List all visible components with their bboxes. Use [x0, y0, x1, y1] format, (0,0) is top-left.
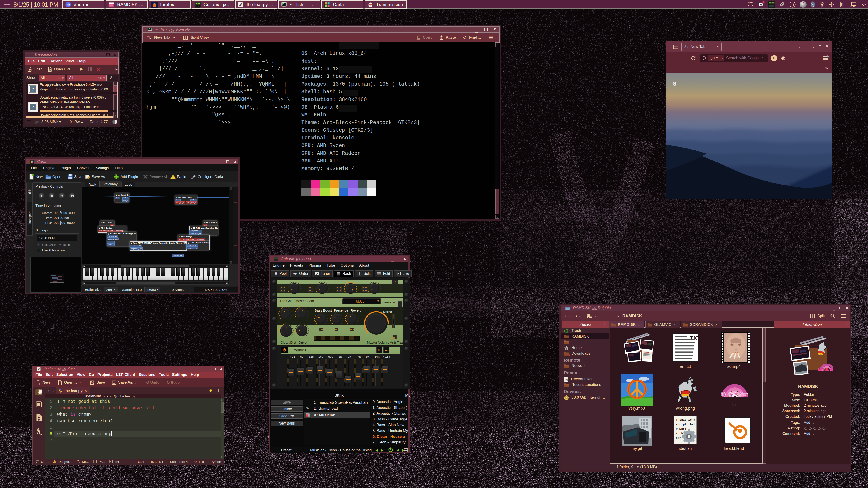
svg-text:My Balls Hurt: My Balls Hurt	[721, 392, 748, 396]
svg-text:script that: script that	[676, 423, 695, 426]
svg-text:( this is a: ( this is a	[676, 418, 695, 422]
svg-text:My Balls Hurt: My Balls Hurt	[818, 368, 833, 371]
svg-text:K: K	[841, 3, 843, 6]
svg-text:!: !	[173, 175, 174, 179]
svg-text:( th: ( th	[676, 432, 683, 435]
svg-text:OPENST: OPENST	[676, 427, 686, 431]
svg-text:scr: scr	[676, 436, 681, 440]
